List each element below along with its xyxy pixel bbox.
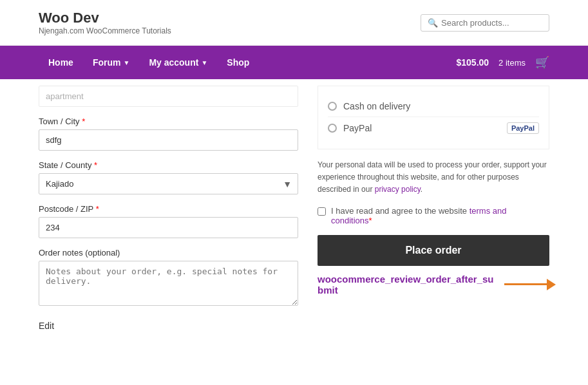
left-column: Town / City * State / County * Kajiado ▼… bbox=[39, 86, 298, 331]
town-required: * bbox=[82, 117, 85, 126]
payment-option-paypal[interactable]: PayPal PayPal bbox=[328, 117, 539, 139]
site-title: Woo Dev bbox=[39, 10, 171, 26]
hook-label-wrap: woocommerce_review_order_after_submit bbox=[318, 274, 549, 296]
search-input[interactable] bbox=[441, 18, 542, 28]
main-nav: Home Forum ▼ My account ▼ Shop $105.00 2… bbox=[0, 46, 588, 79]
apartment-input[interactable] bbox=[39, 86, 298, 107]
site-header: Woo Dev Njengah.com WooCommerce Tutorial… bbox=[0, 0, 588, 46]
right-column: Cash on delivery PayPal PayPal Your pers… bbox=[318, 86, 549, 331]
site-subtitle: Njengah.com WooCommerce Tutorials bbox=[39, 26, 171, 35]
apartment-field-partial bbox=[39, 86, 298, 107]
town-label: Town / City * bbox=[39, 117, 298, 126]
nav-item-home[interactable]: Home bbox=[39, 46, 83, 79]
site-branding: Woo Dev Njengah.com WooCommerce Tutorial… bbox=[39, 10, 171, 35]
hook-arrow-icon bbox=[504, 283, 549, 285]
privacy-text: Your personal data will be used to proce… bbox=[318, 159, 549, 196]
payment-section: Cash on delivery PayPal PayPal bbox=[318, 86, 549, 149]
postcode-field-group: Postcode / ZIP * bbox=[39, 204, 298, 238]
state-field-group: State / County * Kajiado ▼ bbox=[39, 160, 298, 194]
cart-icon[interactable]: 🛒 bbox=[535, 55, 549, 70]
terms-row: I have read and agree to the website ter… bbox=[318, 206, 549, 225]
notes-label: Order notes (optional) bbox=[39, 248, 298, 258]
cart-items-count: 2 items bbox=[498, 58, 526, 68]
hook-label[interactable]: woocommerce_review_order_after_submit bbox=[318, 274, 499, 296]
radio-cod[interactable] bbox=[328, 102, 337, 111]
state-select[interactable]: Kajiado bbox=[39, 173, 298, 194]
postcode-input[interactable] bbox=[39, 217, 298, 238]
terms-checkbox[interactable] bbox=[318, 207, 326, 216]
radio-paypal[interactable] bbox=[328, 124, 337, 133]
paypal-logo: PayPal bbox=[507, 122, 539, 134]
postcode-required: * bbox=[96, 204, 99, 214]
edit-link[interactable]: Edit bbox=[39, 321, 298, 331]
main-content: Town / City * State / County * Kajiado ▼… bbox=[0, 79, 588, 350]
notes-field-group: Order notes (optional) bbox=[39, 248, 298, 308]
nav-item-myaccount[interactable]: My account ▼ bbox=[139, 46, 217, 79]
payment-label-cod: Cash on delivery bbox=[343, 101, 410, 111]
payment-label-paypal: PayPal bbox=[343, 123, 372, 133]
state-required: * bbox=[94, 160, 97, 170]
chevron-down-icon: ▼ bbox=[123, 59, 129, 66]
state-label: State / County * bbox=[39, 160, 298, 170]
payment-option-cod[interactable]: Cash on delivery bbox=[328, 96, 539, 117]
nav-item-shop[interactable]: Shop bbox=[217, 46, 259, 79]
town-field-group: Town / City * bbox=[39, 117, 298, 151]
state-select-wrap: Kajiado ▼ bbox=[39, 173, 298, 194]
cart-total: $105.00 bbox=[456, 57, 489, 68]
postcode-label: Postcode / ZIP * bbox=[39, 204, 298, 214]
chevron-down-icon: ▼ bbox=[201, 59, 207, 66]
nav-right: $105.00 2 items 🛒 bbox=[456, 55, 549, 70]
search-icon: 🔍 bbox=[428, 18, 438, 28]
nav-item-forum[interactable]: Forum ▼ bbox=[83, 46, 139, 79]
search-box[interactable]: 🔍 bbox=[421, 14, 549, 32]
notes-textarea[interactable] bbox=[39, 261, 298, 306]
town-input[interactable] bbox=[39, 129, 298, 151]
nav-left: Home Forum ▼ My account ▼ Shop bbox=[39, 46, 259, 79]
place-order-button[interactable]: Place order bbox=[318, 235, 549, 266]
privacy-policy-link[interactable]: privacy policy bbox=[375, 185, 421, 194]
